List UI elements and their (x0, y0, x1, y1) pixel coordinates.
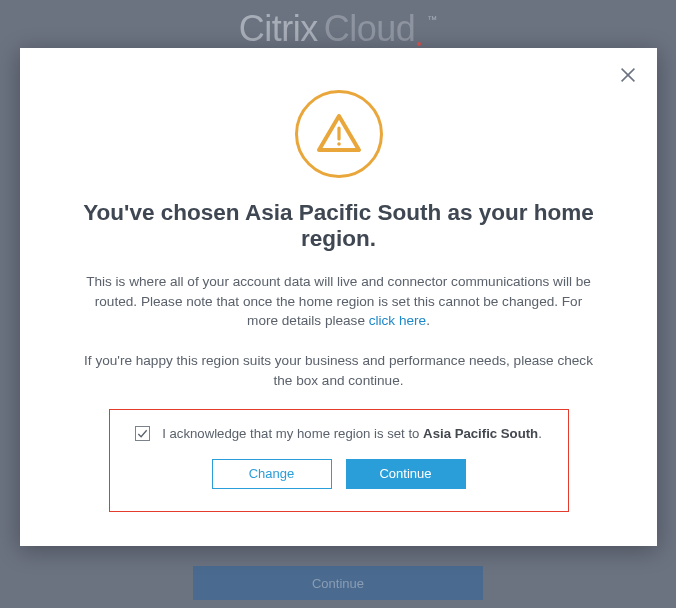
brand-tm: ™ (427, 14, 437, 25)
brand-cloud: Cloud (324, 8, 416, 49)
warning-icon (315, 110, 363, 158)
bg-continue-button[interactable]: Continue (193, 566, 483, 600)
acknowledge-text: I acknowledge that my home region is set… (162, 426, 542, 441)
close-icon (617, 64, 639, 86)
continue-button[interactable]: Continue (346, 459, 466, 489)
region-confirm-modal: You've chosen Asia Pacific South as your… (20, 48, 657, 546)
bg-continue-label: Continue (312, 576, 364, 591)
brand-logo: Citrix Cloud ™ (239, 8, 438, 50)
ack-suffix: . (538, 426, 542, 441)
modal-description-2: If you're happy this region suits your b… (79, 351, 599, 390)
click-here-link[interactable]: click here (369, 313, 426, 328)
acknowledge-checkbox[interactable] (135, 426, 150, 441)
modal-headline: You've chosen Asia Pacific South as your… (48, 200, 629, 252)
ack-region: Asia Pacific South (423, 426, 538, 441)
checkmark-icon (136, 427, 149, 440)
desc-text-b: . (426, 313, 430, 328)
warning-icon-circle (295, 90, 383, 178)
continue-label: Continue (379, 466, 431, 481)
svg-point-3 (337, 142, 341, 146)
confirm-box: I acknowledge that my home region is set… (109, 409, 569, 512)
change-label: Change (249, 466, 295, 481)
ack-prefix: I acknowledge that my home region is set… (162, 426, 423, 441)
change-button[interactable]: Change (212, 459, 332, 489)
button-row: Change Continue (212, 459, 466, 489)
desc-text-a: This is where all of your account data w… (86, 274, 591, 328)
brand-citrix: Citrix (239, 8, 318, 50)
close-button[interactable] (617, 64, 639, 86)
acknowledge-row: I acknowledge that my home region is set… (135, 426, 542, 441)
modal-description: This is where all of your account data w… (84, 272, 594, 331)
brand-dot-icon (417, 42, 421, 46)
